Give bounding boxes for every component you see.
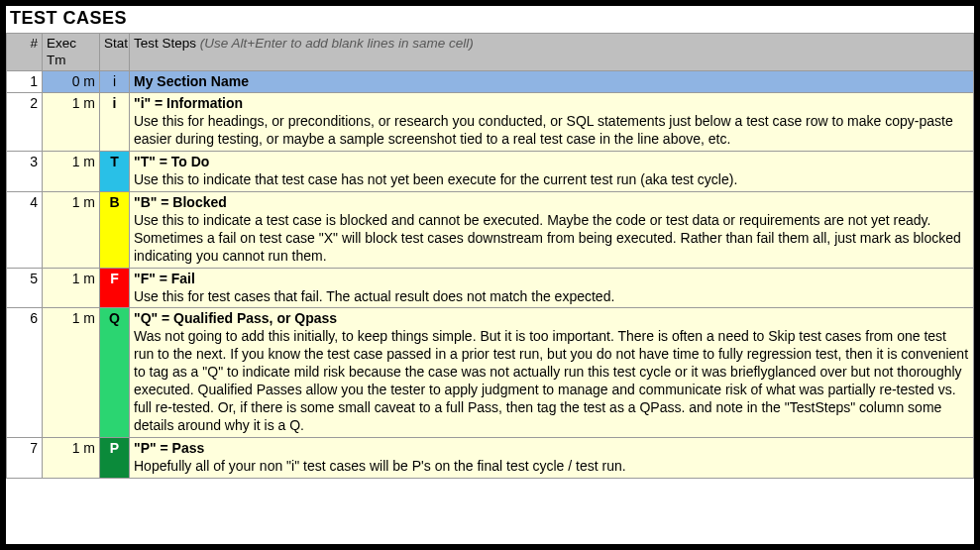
- row-number: 6: [7, 308, 43, 437]
- status-cell[interactable]: P: [100, 437, 130, 478]
- table-row: 10 miMy Section Name: [7, 70, 974, 93]
- table-row: 41 mB"B" = BlockedUse this to indicate a…: [7, 191, 974, 268]
- test-steps-cell[interactable]: "F" = FailUse this for test cases that f…: [130, 268, 974, 308]
- row-number: 3: [7, 152, 43, 192]
- header-exec: Exec Tm: [43, 34, 100, 71]
- exec-time-cell[interactable]: 1 m: [43, 191, 100, 268]
- step-heading: My Section Name: [134, 73, 249, 89]
- test-steps-cell[interactable]: "Q" = Qualified Pass, or QpassWas not go…: [130, 308, 974, 437]
- exec-time-cell[interactable]: 1 m: [43, 152, 100, 192]
- step-heading: "T" = To Do: [134, 154, 209, 169]
- step-heading: "Q" = Qualified Pass, or Qpass: [134, 310, 337, 326]
- step-heading: "i" = Information: [134, 95, 243, 111]
- status-cell[interactable]: T: [100, 152, 130, 192]
- exec-time-cell[interactable]: 1 m: [43, 308, 100, 437]
- step-body: Was not going to add this initially, to …: [134, 328, 968, 433]
- status-cell[interactable]: i: [100, 70, 130, 93]
- step-body: Hopefully all of your non "i" test cases…: [134, 458, 626, 474]
- table-row: 51 mF"F" = FailUse this for test cases t…: [7, 268, 974, 308]
- step-heading: "F" = Fail: [134, 271, 195, 286]
- table-row: 31 mT"T" = To DoUse this to indicate tha…: [7, 152, 974, 192]
- test-steps-cell[interactable]: "i" = InformationUse this for headings, …: [130, 93, 974, 152]
- table-body: 10 miMy Section Name21 mi"i" = Informati…: [7, 70, 974, 478]
- step-heading: "B" = Blocked: [134, 194, 227, 210]
- header-num: #: [7, 34, 43, 71]
- test-cases-table: # Exec Tm Stat Test Steps (Use Alt+Enter…: [6, 33, 974, 479]
- step-body: Use this to indicate that test case has …: [134, 171, 737, 187]
- table-row: 71 mP"P" = PassHopefully all of your non…: [7, 437, 974, 478]
- row-number: 2: [7, 93, 43, 152]
- row-number: 4: [7, 191, 43, 268]
- exec-time-cell[interactable]: 0 m: [43, 70, 100, 93]
- test-steps-cell[interactable]: "P" = PassHopefully all of your non "i" …: [130, 437, 974, 478]
- exec-time-cell[interactable]: 1 m: [43, 268, 100, 308]
- sheet: TEST CASES # Exec Tm Stat Test Steps (Us…: [6, 6, 974, 544]
- app-frame: TEST CASES # Exec Tm Stat Test Steps (Us…: [0, 0, 980, 550]
- status-cell[interactable]: i: [100, 93, 130, 152]
- step-body: Use this for headings, or preconditions,…: [134, 113, 953, 147]
- test-steps-cell[interactable]: "T" = To DoUse this to indicate that tes…: [130, 152, 974, 192]
- row-number: 5: [7, 268, 43, 308]
- test-steps-cell[interactable]: "B" = BlockedUse this to indicate a test…: [130, 191, 974, 268]
- status-cell[interactable]: B: [100, 191, 130, 268]
- sheet-title: TEST CASES: [6, 6, 974, 33]
- header-steps-label: Test Steps: [134, 36, 196, 51]
- step-body: Use this to indicate a test case is bloc…: [134, 212, 961, 264]
- test-steps-cell[interactable]: My Section Name: [130, 70, 974, 93]
- exec-time-cell[interactable]: 1 m: [43, 437, 100, 478]
- table-row: 61 mQ"Q" = Qualified Pass, or QpassWas n…: [7, 308, 974, 437]
- exec-time-cell[interactable]: 1 m: [43, 93, 100, 152]
- row-number: 7: [7, 437, 43, 478]
- table-row: 21 mi"i" = InformationUse this for headi…: [7, 93, 974, 152]
- row-number: 1: [7, 70, 43, 93]
- step-body: Use this for test cases that fail. The a…: [134, 288, 614, 304]
- header-stat: Stat: [100, 34, 130, 71]
- header-steps: Test Steps (Use Alt+Enter to add blank l…: [130, 34, 974, 71]
- status-cell[interactable]: F: [100, 268, 130, 308]
- step-heading: "P" = Pass: [134, 440, 204, 456]
- header-row: # Exec Tm Stat Test Steps (Use Alt+Enter…: [7, 34, 974, 71]
- header-steps-hint: (Use Alt+Enter to add blank lines in sam…: [196, 36, 474, 51]
- status-cell[interactable]: Q: [100, 308, 130, 437]
